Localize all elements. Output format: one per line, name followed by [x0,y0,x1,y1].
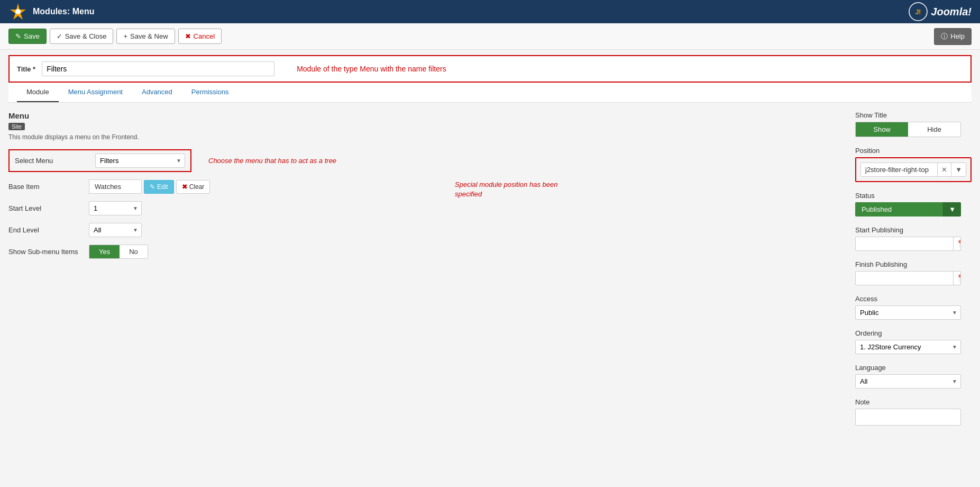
show-title-hide-btn[interactable]: Hide [908,122,960,137]
start-level-label: Start Level [8,204,83,212]
end-level-select[interactable]: All [89,223,142,237]
position-dropdown-btn[interactable]: ▼ [951,163,966,176]
module-section-title: Menu [8,111,845,120]
ordering-section: Ordering 1. J2Store Currency [855,329,972,354]
svg-point-1 [15,9,21,14]
status-section: Status Published ▼ [855,192,972,217]
start-publishing-input[interactable] [856,237,953,250]
note-section: Note [855,398,972,427]
topbar-left: Modules: Menu [8,2,94,21]
clear-x-icon: ✖ [182,183,187,191]
select-menu-hint: Choose the menu that has to act as a tre… [208,157,336,165]
select-menu-wrap[interactable]: Filters [95,154,185,168]
show-title-section: Show Title Show Hide [855,111,972,137]
tabs-bar: Module Menu Assignment Advanced Permissi… [8,83,972,103]
base-item-value: Watches [89,179,142,194]
toolbar-right: ⓘ Help [934,28,972,45]
clear-label: Clear [189,183,205,191]
submenu-no-button[interactable]: No [120,245,148,258]
end-level-label: End Level [8,226,83,234]
save-close-button[interactable]: ✓ Save & Close [50,29,114,44]
end-level-row: End Level All [8,223,845,237]
position-value: j2store-filter-right-top [861,163,937,176]
access-section: Access Public [855,295,972,320]
edit-icon: ✎ [150,183,155,191]
save-close-label: Save & Close [65,32,107,40]
select-menu-label: Select Menu [15,157,89,165]
tab-menu-assignment[interactable]: Menu Assignment [59,83,132,102]
save-new-label: Save & New [130,32,168,40]
base-item-label: Base Item [8,183,83,191]
topbar: Modules: Menu J! Joomla! [0,0,980,23]
finish-publishing-section: Finish Publishing 📅 [855,260,972,285]
start-level-select[interactable]: 1 [89,201,142,215]
module-badge: Site [8,123,25,130]
calendar-icon-2[interactable]: 📅 [953,272,961,285]
checkmark-icon: ✓ [57,32,62,40]
access-select[interactable]: Public [855,305,961,320]
select-menu-box: Select Menu Filters [8,149,191,172]
start-publishing-wrap: 📅 [855,237,961,251]
edit-button[interactable]: ✎ Edit [144,180,174,194]
right-panel: Show Title Show Hide Position j2store-fi… [855,111,972,437]
cancel-button[interactable]: ✖ Cancel [178,29,222,44]
language-section: Language All [855,364,972,389]
end-level-wrap[interactable]: All [89,223,142,237]
status-dropdown: Published ▼ [855,202,961,217]
show-title-toggle: Show Hide [855,122,961,137]
special-position-hint: Special module position has been specifi… [455,180,561,199]
toolbar-actions: ✎ Save ✓ Save & Close + Save & New ✖ Can… [8,29,222,44]
status-label: Status [855,192,972,200]
title-hint: Module of the type Menu with the name fi… [297,65,446,73]
access-select-wrap[interactable]: Public [855,305,961,320]
save-button[interactable]: ✎ Save [8,29,47,44]
calendar-icon[interactable]: 📅 [953,237,961,250]
save-icon: ✎ [15,32,21,40]
position-box: j2store-filter-right-top ✕ ▼ [855,157,972,182]
select-menu-row: Select Menu Filters Choose the menu that… [8,149,845,172]
show-submenu-toggle: Yes No [89,245,148,259]
toolbar: ✎ Save ✓ Save & Close + Save & New ✖ Can… [0,23,980,50]
help-button[interactable]: ⓘ Help [934,28,972,45]
start-publishing-section: Start Publishing 📅 [855,226,972,251]
language-select-wrap[interactable]: All [855,374,961,389]
plus-icon: + [123,32,127,40]
note-label: Note [855,398,972,406]
finish-publishing-input[interactable] [856,272,953,285]
edit-label: Edit [157,183,168,191]
submenu-yes-button[interactable]: Yes [89,245,120,258]
show-title-show-btn[interactable]: Show [856,122,908,137]
position-label: Position [855,147,972,155]
title-label: Title * [17,65,35,73]
clear-button[interactable]: ✖ Clear [176,180,210,194]
tab-module[interactable]: Module [17,83,59,102]
select-menu-dropdown[interactable]: Filters [95,154,185,168]
ordering-select-wrap[interactable]: 1. J2Store Currency [855,340,961,354]
start-level-wrap[interactable]: 1 [89,201,142,215]
base-item-controls: Watches ✎ Edit ✖ Clear [89,179,210,194]
position-clear-btn[interactable]: ✕ [937,163,951,176]
page-title: Modules: Menu [33,7,94,16]
save-new-button[interactable]: + Save & New [116,29,175,44]
finish-publishing-wrap: 📅 [855,271,961,285]
joomla-logo: J! Joomla! [909,2,972,21]
ordering-select[interactable]: 1. J2Store Currency [855,340,961,354]
position-section: Position j2store-filter-right-top ✕ ▼ [855,147,972,182]
base-item-row: Base Item Watches ✎ Edit ✖ Clear [8,179,845,194]
finish-publishing-label: Finish Publishing [855,260,972,268]
access-label: Access [855,295,972,303]
ordering-label: Ordering [855,329,972,337]
main-layout: Menu Site This module displays a menu on… [0,103,980,445]
joomla-brand-text: Joomla! [931,6,972,18]
show-submenu-row: Show Sub-menu Items Yes No [8,245,845,259]
svg-text:J!: J! [915,8,921,16]
tab-advanced[interactable]: Advanced [132,83,182,102]
language-select[interactable]: All [855,374,961,389]
note-input[interactable] [855,409,961,426]
cancel-label: Cancel [194,32,215,40]
title-input[interactable] [42,61,274,76]
language-label: Language [855,364,972,372]
tab-permissions[interactable]: Permissions [182,83,239,102]
status-caret-btn[interactable]: ▼ [943,202,961,217]
joomla-star-icon [8,2,28,21]
